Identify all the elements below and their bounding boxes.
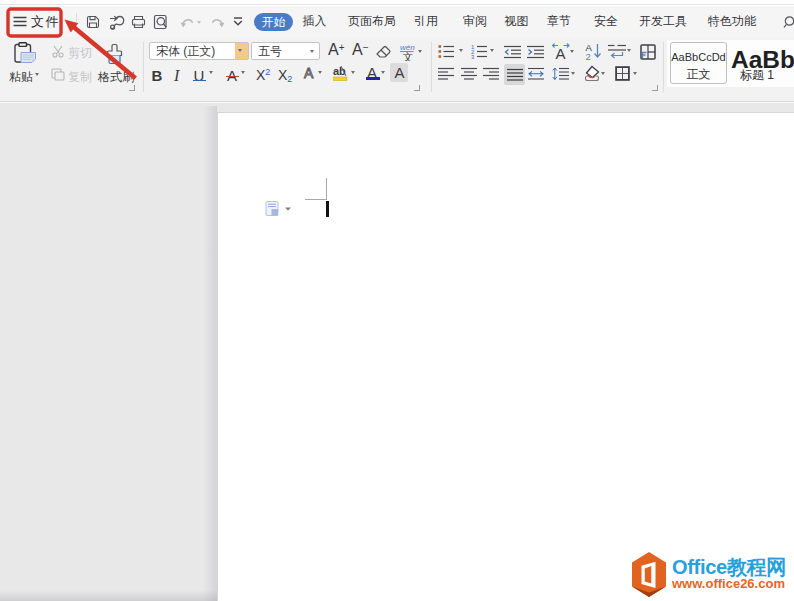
svg-text:3: 3 <box>471 54 475 59</box>
svg-text:A: A <box>556 45 566 62</box>
svg-text:A: A <box>304 66 314 80</box>
svg-text:ab: ab <box>333 65 346 77</box>
svg-text:2: 2 <box>585 51 590 61</box>
svg-text:文: 文 <box>403 51 414 62</box>
